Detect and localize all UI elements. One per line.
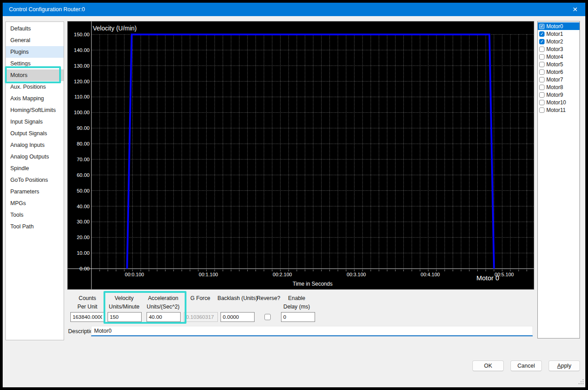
sidebar-item-label: Analog Outputs (10, 154, 49, 160)
field-label-line1: Counts (78, 294, 97, 303)
y-tick-label: 140.00 (74, 47, 90, 53)
velocity-chart-canvas: 0.0010.0020.0030.0040.0050.0060.0070.008… (68, 21, 534, 289)
sidebar-item-settings[interactable]: Settings (6, 58, 64, 69)
field-label-line2: Backlash (Units) (217, 294, 258, 303)
velocity-label: VelocityUnits/Minute (109, 294, 139, 311)
sidebar-item-label: Settings (10, 60, 30, 67)
motor-checkbox[interactable] (539, 92, 545, 98)
sidebar-item-label: Axis Mapping (10, 95, 44, 102)
description-input[interactable] (91, 326, 533, 336)
y-tick-label: 80.00 (77, 141, 90, 146)
y-tick-label: 10.00 (77, 250, 90, 256)
motor-list-item-motor0[interactable]: Motor0 (538, 22, 579, 30)
motor-checkbox[interactable] (539, 100, 545, 105)
sidebar-item-axis-mapping[interactable]: Axis Mapping (6, 93, 64, 104)
motor-label: Motor4 (546, 54, 563, 60)
motor-checkbox[interactable] (539, 69, 545, 75)
field-label-line2: Per Unit (78, 303, 97, 311)
motor-label: Motor0 (546, 23, 563, 30)
sidebar-item-defaults[interactable]: Defaults (6, 23, 64, 34)
g-force-input (184, 312, 218, 322)
y-tick-label: 150.00 (74, 32, 90, 37)
motor-label: Motor8 (546, 84, 563, 90)
sidebar-item-mpgs[interactable]: MPGs (6, 197, 64, 209)
sidebar-item-analog-outputs[interactable]: Analog Outputs (6, 151, 64, 163)
motor-list-item-motor3[interactable]: Motor3 (538, 45, 579, 53)
motor-list-item-motor11[interactable]: Motor11 (538, 106, 579, 114)
motor-list-item-motor9[interactable]: Motor9 (538, 91, 579, 99)
motor-list-item-motor8[interactable]: Motor8 (538, 83, 579, 91)
motor-checkbox[interactable] (539, 62, 545, 67)
y-tick-label: 130.00 (74, 63, 90, 69)
apply-button[interactable]: Apply (549, 360, 580, 371)
motor-checkbox[interactable] (539, 24, 545, 29)
sidebar-item-spindle[interactable]: Spindle (6, 163, 64, 174)
sidebar-item-input-signals[interactable]: Input Signals (6, 116, 64, 128)
sidebar-item-label: General (10, 37, 30, 43)
acceleration-input[interactable] (147, 312, 181, 322)
y-tick-label: 40.00 (77, 204, 90, 209)
sidebar-item-analog-inputs[interactable]: Analog Inputs (6, 139, 64, 151)
y-tick-label: 90.00 (77, 125, 90, 131)
control-configuration-dialog: Control Configuration Router:0 ✕ Default… (3, 3, 585, 387)
sidebar-item-aux-positions[interactable]: Aux. Positions (6, 81, 64, 93)
sidebar-item-label: Input Signals (10, 119, 43, 125)
sidebar-item-parameters[interactable]: Parameters (6, 186, 64, 197)
resize-grip-icon[interactable] (579, 379, 584, 385)
reverse-checkbox[interactable] (264, 314, 271, 320)
motor-list-item-motor7[interactable]: Motor7 (538, 76, 579, 83)
y-tick-label: 120.00 (74, 79, 90, 84)
motor-list-item-motor4[interactable]: Motor4 (538, 53, 579, 60)
motor-checkbox[interactable] (539, 31, 545, 37)
sidebar-item-label: GoTo Positions (10, 177, 48, 183)
window-title: Control Configuration Router:0 (3, 6, 565, 13)
motor-checkbox[interactable] (539, 39, 545, 44)
motor-checkbox[interactable] (539, 107, 545, 113)
motor-checkbox[interactable] (539, 77, 545, 82)
motor-checkbox[interactable] (539, 85, 545, 90)
sidebar-item-label: Plugins (10, 49, 29, 55)
y-tick-label: 20.00 (77, 235, 90, 240)
backlash-input[interactable] (220, 312, 255, 322)
sidebar-item-plugins[interactable]: Plugins (6, 46, 64, 58)
motor-list-item-motor10[interactable]: Motor10 (538, 99, 579, 106)
field-label-line1: Velocity (109, 294, 139, 303)
sidebar-item-general[interactable]: General (6, 34, 64, 46)
motor-list-item-motor2[interactable]: Motor2 (538, 38, 579, 45)
sidebar-item-label: Homing/SoftLimits (10, 107, 56, 113)
motor-list-item-motor1[interactable]: Motor1 (538, 30, 579, 38)
enable-delay-input[interactable] (281, 312, 315, 322)
sidebar-item-label: MPGs (10, 200, 26, 206)
enable-delay-label: EnableDelay (ms) (283, 294, 310, 311)
close-icon[interactable]: ✕ (565, 3, 585, 16)
titlebar[interactable]: Control Configuration Router:0 ✕ (3, 3, 585, 16)
y-tick-label: 110.00 (74, 94, 90, 99)
y-tick-label: 100.00 (74, 110, 90, 115)
field-label-line2: Units/(Sec^2) (147, 303, 179, 311)
x-tick-label: 00:0.100 (125, 272, 144, 277)
field-label-line2: Delay (ms) (283, 303, 310, 311)
motor-list-item-motor6[interactable]: Motor6 (538, 68, 579, 76)
motor-list-item-motor5[interactable]: Motor5 (538, 60, 579, 68)
sidebar-item-homing-softlimits[interactable]: Homing/SoftLimits (6, 104, 64, 116)
motor-label: Motor10 (546, 99, 566, 106)
field-label-line2: Units/Minute (109, 303, 139, 311)
motor-checkbox[interactable] (539, 54, 545, 60)
x-tick-label: 00:4.100 (421, 272, 440, 277)
counts-per-unit-input[interactable] (70, 312, 104, 322)
motor-label: Motor9 (546, 92, 563, 98)
sidebar-item-output-signals[interactable]: Output Signals (6, 128, 64, 139)
backlash-label: Backlash (Units) (217, 294, 258, 303)
sidebar-item-motors[interactable]: Motors (6, 69, 64, 81)
motor-checkbox[interactable] (539, 47, 545, 52)
sidebar-item-tool-path[interactable]: Tool Path (6, 221, 64, 232)
ok-button[interactable]: OK (472, 360, 504, 371)
cancel-button[interactable]: Cancel (510, 360, 542, 371)
sidebar-item-label: Analog Inputs (10, 142, 44, 148)
sidebar-item-label: Tools (10, 212, 23, 218)
sidebar-item-tools[interactable]: Tools (6, 209, 64, 221)
y-tick-label: 70.00 (77, 157, 90, 162)
velocity-input[interactable] (108, 312, 142, 322)
sidebar-item-goto-positions[interactable]: GoTo Positions (6, 174, 64, 186)
reverse-label: Reverse? (257, 294, 281, 303)
